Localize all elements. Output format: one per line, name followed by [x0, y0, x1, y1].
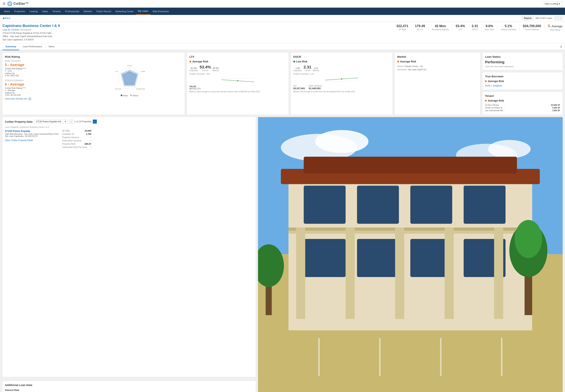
market-risk-dot — [397, 61, 399, 62]
add-listing-button[interactable]: Add a Listing ▾ — [542, 1, 563, 6]
metric-sf-rba: SF RBA 24,000 — [62, 130, 91, 132]
loan-status-value: Performing — [485, 60, 560, 64]
property-data-header: CoStar Property Data 27130 Paseo Espada … — [5, 119, 253, 124]
ltv-method: Method: Value brought to current from th… — [189, 90, 286, 93]
metric-property-vacancy: Property Vacancy - — [62, 136, 91, 139]
nav-item-public-record[interactable]: Public Record — [94, 8, 113, 15]
stat-current-balance: $34,700,000 Current Balance — [520, 24, 544, 30]
tenant-row-3: Las Golondrinas Me... 7,050 SF — [485, 109, 560, 112]
stress-lifetime-el: Lifetime EL 3.2%, $1,101,102 — [5, 92, 75, 96]
nav-item-professionals[interactable]: Professionals — [63, 8, 81, 15]
stat-ltv: 53.4% LTV — [452, 24, 468, 30]
ltv-values: 61.5% Origination 53.4% Current 49.3% Ma… — [189, 65, 286, 71]
property-loan-id: Loan ID: 237916 | Permanent — [2, 28, 389, 31]
svg-point-49 — [515, 220, 542, 258]
borrower-link[interactable]: Scott J. Seligman — [485, 84, 560, 87]
base-costar-rating: CoStar Risk Rating™™ 4 - Low — [5, 68, 75, 72]
logo-area: CoStar™ — [7, 1, 29, 6]
dscr-risk-indicator: Low Risk — [293, 60, 390, 63]
nav-item-news[interactable]: News — [2, 8, 12, 15]
radar-svg: DSCR MARKET BORROWER TENANT LTV — [114, 64, 145, 93]
property-selector[interactable]: 27130 Paseo Espada null -... ▾ — [34, 119, 68, 124]
svg-rect-39 — [357, 239, 399, 277]
top-bar: ☰ CoStar™ Add a Listing ▾ — [0, 0, 565, 8]
open-costar-detail-link[interactable]: Open CoStar Property Detail — [5, 139, 58, 141]
svg-rect-45 — [444, 227, 454, 319]
print-icon[interactable]: 🖨 — [560, 45, 563, 48]
property-metrics: SF RBA 24,000 Available SF 1,760 Propert… — [62, 130, 91, 149]
dscr-noi-debt: NOI $3,327,801 DEBT SERVICE $1,440,050 — [293, 85, 390, 90]
stress-costar-rating: CoStar Risk Rating™™ 5 - Average — [5, 87, 75, 91]
property-data-card: CoStar Property Data 27130 Paseo Espada … — [2, 117, 256, 377]
loan-data-grid: Interest Rate Rate Type Fixed (until 5/3… — [5, 389, 253, 392]
market-title: Market — [397, 55, 478, 58]
svg-marker-18 — [121, 70, 138, 86]
svg-rect-44 — [395, 227, 404, 319]
prev-loan-arrow[interactable]: ‹ — [554, 16, 558, 20]
ltv-risk-dot — [189, 61, 191, 62]
nav-item-my-loans[interactable]: My Loans — [136, 8, 150, 15]
main-nav: News Properties Leasing Sales Tenants Pr… — [0, 8, 565, 15]
tenant-risk-dot — [485, 100, 487, 101]
property-address: 27122-27136 Paseo Espada & 27121-27131 C… — [2, 31, 389, 41]
property-image — [258, 117, 563, 392]
property-data-title: CoStar Property Data — [5, 120, 33, 123]
hamburger-icon[interactable]: ☰ — [2, 2, 5, 6]
dscr-title: DSCR — [293, 55, 390, 58]
additional-loan-card: Additional Loan Data Interest Rate Rate … — [2, 381, 256, 392]
metric-property-rent: Property Rent $46.87 — [62, 143, 91, 145]
svg-rect-31 — [304, 157, 517, 173]
stat-remaining-maturity: 42 Mos Remaining Maturity — [428, 24, 452, 30]
view-risk-key-link[interactable]: VIEW RISK RATING KEY i — [5, 98, 75, 100]
borrower-risk-indicator: Average Risk — [485, 80, 560, 83]
ltv-threshold: Portfolio Threshold - 75% — [189, 73, 286, 75]
property-details: 27130 Paseo Espada Light Manufacturing -… — [5, 130, 253, 149]
tab-news[interactable]: News — [46, 43, 57, 50]
ltv-risk-indicator: Average Risk — [189, 60, 286, 63]
tenant-risk-indicator: Average Risk — [485, 99, 560, 102]
nav-item-leasing[interactable]: Leasing — [27, 8, 40, 15]
info-icon: i — [28, 98, 31, 100]
dscr-sparkline — [293, 76, 390, 83]
sub-header: ◀ Back Reports 460 of 497 Loans ‹ › — [0, 15, 565, 21]
loan-status-note: Loan has never been delinquent — [485, 65, 560, 68]
tab-summary[interactable]: Summary — [2, 43, 19, 50]
nav-item-web-enterprise[interactable]: Web Enterprise — [151, 8, 171, 15]
ltv-title: LTV — [189, 55, 286, 58]
top-bar-left: ☰ CoStar™ — [2, 1, 29, 6]
loan-status-card: Loan Status Performing Loan has never be… — [482, 52, 563, 70]
tenant-title: Tenant — [485, 94, 560, 97]
property-link[interactable]: 27130 Paseo Espada — [5, 130, 58, 132]
base-lifetime-el: Lifetime EL 1.3%, $437,522 — [5, 72, 75, 77]
back-link[interactable]: ◀ Back — [2, 17, 10, 19]
property-counter: ‹ 1 of 19 Properties › — [69, 120, 97, 124]
tab-loan-performance[interactable]: Loan Performance — [20, 43, 45, 50]
dscr-values: 1.94 Origination 2.31 Current 2.51 Matur… — [293, 65, 390, 71]
costar-logo-icon — [7, 1, 12, 6]
dscr-threshold: Portfolio Threshold - 1.25 — [293, 73, 390, 75]
collateral-label: Loan Collateral: Capistrano Business Cen… — [5, 126, 253, 128]
ltv-value: VALUE $64,922,374 — [189, 85, 286, 90]
risk-radar-area: BASE SCENARIO 5 - Average CoStar Risk Ra… — [5, 60, 182, 100]
nav-item-tenants[interactable]: Tenants — [50, 8, 63, 15]
reports-button[interactable]: Reports — [522, 16, 534, 20]
property-type: Light Manufacturing - San Juan Cap/S Cle… — [5, 133, 58, 135]
svg-rect-38 — [304, 239, 345, 277]
property-stats: 322,471 SF RBA 179.49 AC Lot 42 Mos Rema… — [393, 24, 563, 31]
nav-item-sales[interactable]: Sales — [40, 8, 50, 15]
loan-section-rates: Interest Rate 4.15% Rate Spread - Rate F… — [131, 389, 253, 392]
dscr-origination: 1.94 Origination — [293, 67, 302, 71]
nav-item-marketing-center[interactable]: Marketing Center — [113, 8, 136, 15]
next-loan-arrow[interactable]: › — [558, 16, 563, 20]
prev-property-arrow[interactable]: ‹ — [69, 120, 73, 124]
next-property-arrow[interactable]: › — [93, 120, 97, 124]
radar-legend: Base Stress — [114, 95, 145, 97]
svg-rect-35 — [464, 186, 506, 224]
nav-item-properties[interactable]: Properties — [12, 8, 27, 15]
base-scenario-value: 5 - Average — [5, 63, 75, 67]
tenant-row-2: Center for Autism & ... 7,500 SF — [485, 107, 560, 109]
nav-item-markets[interactable]: Markets — [81, 8, 94, 15]
svg-point-20 — [237, 80, 238, 81]
property-header: Capistrano Business Center I & II Loan I… — [0, 21, 565, 43]
svg-text:BORROWER: BORROWER — [136, 88, 145, 90]
